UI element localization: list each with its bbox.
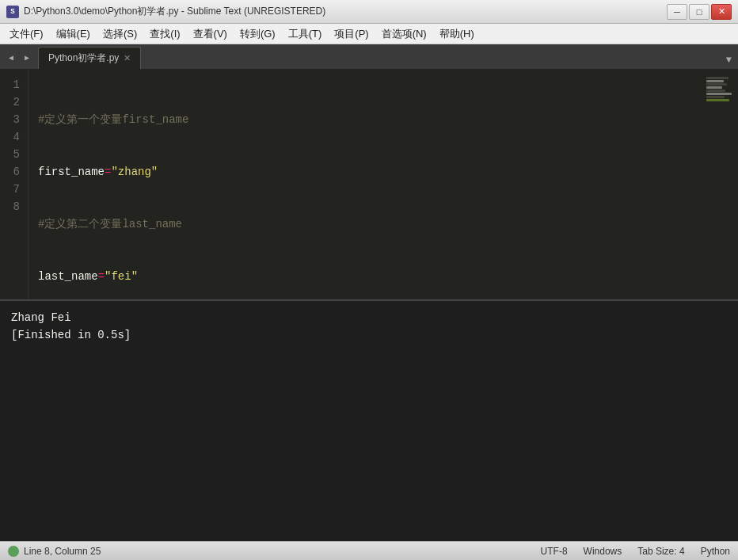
title-bar: S D:\Python3.0\demo\Python初学者.py - Subli…	[0, 0, 738, 24]
title-bar-left: S D:\Python3.0\demo\Python初学者.py - Subli…	[6, 5, 325, 18]
menu-tools[interactable]: 工具(T)	[282, 25, 329, 43]
cursor-position: Line 8, Column 25	[24, 546, 101, 557]
line-ending-label[interactable]: Windows	[584, 546, 622, 557]
menu-file[interactable]: 文件(F)	[3, 25, 50, 43]
menu-project[interactable]: 项目(P)	[328, 25, 375, 43]
menu-help[interactable]: 帮助(H)	[433, 25, 481, 43]
menu-select[interactable]: 选择(S)	[97, 25, 143, 43]
status-right: UTF-8 Windows Tab Size: 4 Python	[541, 546, 730, 557]
tab-label: Python初学者.py	[48, 51, 119, 65]
tab-prev-button[interactable]: ◀	[3, 47, 19, 69]
menu-edit[interactable]: 编辑(E)	[50, 25, 97, 43]
code-content[interactable]: #定义第一个变量first_name first_name="zhang" #定…	[29, 70, 738, 299]
title-text: D:\Python3.0\demo\Python初学者.py - Sublime…	[24, 5, 325, 18]
output-line-2: [Finished in 0.5s]	[11, 326, 727, 344]
code-editor[interactable]: 1 2 3 4 5 6 7 8 #定义第一个变量first_name first…	[0, 70, 738, 299]
output-panel: Zhang Fei [Finished in 0.5s]	[0, 299, 738, 541]
output-line-1: Zhang Fei	[11, 309, 727, 326]
encoding-label[interactable]: UTF-8	[541, 546, 568, 557]
active-tab[interactable]: Python初学者.py ✕	[38, 47, 141, 69]
tab-close-icon[interactable]: ✕	[124, 54, 131, 63]
tab-size-label[interactable]: Tab Size: 4	[637, 546, 684, 557]
menu-preferences[interactable]: 首选项(N)	[375, 25, 433, 43]
status-bar: Line 8, Column 25 UTF-8 Windows Tab Size…	[0, 541, 738, 560]
tab-next-button[interactable]: ▶	[19, 47, 35, 69]
menu-goto[interactable]: 转到(G)	[234, 25, 282, 43]
syntax-label[interactable]: Python	[701, 546, 730, 557]
close-button[interactable]: ✕	[711, 4, 732, 20]
app-icon: S	[6, 6, 19, 18]
tab-dropdown-button[interactable]: ▼	[723, 51, 735, 69]
line-numbers: 1 2 3 4 5 6 7 8	[0, 70, 29, 299]
minimize-button[interactable]: ─	[667, 4, 687, 20]
tab-bar: ◀ ▶ Python初学者.py ✕ ▼	[0, 44, 738, 70]
menu-find[interactable]: 查找(I)	[143, 25, 186, 43]
menu-view[interactable]: 查看(V)	[187, 25, 234, 43]
menu-bar: 文件(F) 编辑(E) 选择(S) 查找(I) 查看(V) 转到(G) 工具(T…	[0, 24, 738, 44]
window-controls: ─ □ ✕	[667, 4, 732, 20]
minimap	[706, 76, 738, 102]
status-indicator	[8, 546, 19, 557]
maximize-button[interactable]: □	[689, 4, 709, 20]
status-left: Line 8, Column 25	[8, 546, 101, 557]
